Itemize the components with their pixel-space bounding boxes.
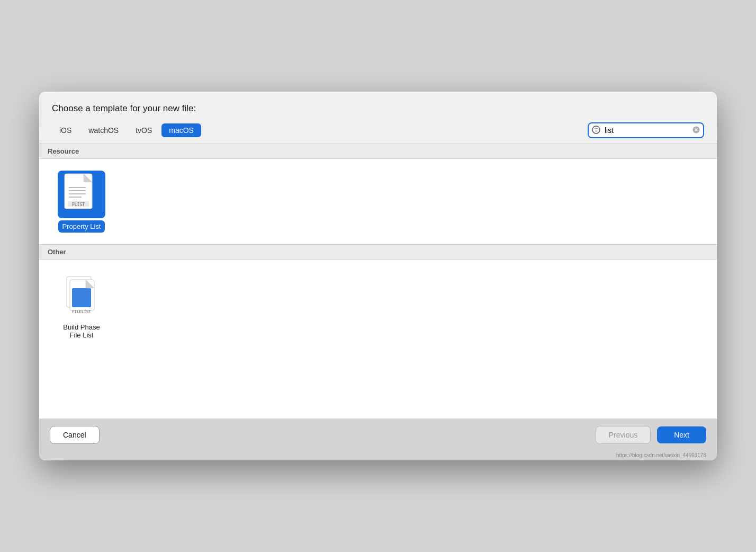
svg-rect-18: [72, 288, 91, 307]
other-section-header: Other: [39, 244, 717, 260]
build-phase-icon-wrapper: FILELIST: [58, 271, 105, 319]
plist-file-icon: PLIST: [62, 173, 101, 216]
content-area: Resource: [39, 144, 717, 419]
url-hint: https://blog.csdn.net/weixin_44993178: [39, 451, 717, 460]
search-input[interactable]: [588, 122, 704, 138]
search-wrapper: [588, 122, 704, 138]
cancel-button[interactable]: Cancel: [50, 426, 100, 444]
other-section-content: FILELIST Build Phase File List: [39, 260, 717, 419]
bottom-bar: Cancel Previous Next: [39, 419, 717, 451]
template-item-property-list[interactable]: PLIST Property List: [50, 167, 113, 236]
svg-text:FILELIST: FILELIST: [72, 309, 92, 314]
resource-section-header: Resource: [39, 144, 717, 159]
previous-button[interactable]: Previous: [596, 426, 651, 444]
tab-watchos[interactable]: watchOS: [81, 123, 126, 137]
dialog-title: Choose a template for your new file:: [39, 92, 717, 122]
clear-search-icon[interactable]: [692, 126, 700, 135]
filter-icon: [592, 126, 600, 136]
property-list-label: Property List: [58, 220, 105, 233]
tab-ios[interactable]: iOS: [52, 123, 79, 137]
svg-text:PLIST: PLIST: [72, 202, 85, 207]
build-phase-file-list-label: Build Phase File List: [53, 321, 110, 341]
tab-tvos[interactable]: tvOS: [128, 123, 159, 137]
template-item-build-phase-file-list[interactable]: FILELIST Build Phase File List: [50, 268, 113, 410]
next-button[interactable]: Next: [657, 426, 706, 443]
filelist-file-icon: FILELIST: [62, 273, 101, 317]
property-list-icon-wrapper: PLIST: [58, 171, 105, 218]
tab-macos[interactable]: macOS: [161, 123, 201, 137]
resource-section-content: PLIST Property List: [39, 159, 717, 244]
tabs-row: iOS watchOS tvOS macOS: [39, 122, 717, 144]
template-dialog: Choose a template for your new file: iOS…: [39, 92, 717, 460]
bottom-right-buttons: Previous Next: [596, 426, 706, 444]
